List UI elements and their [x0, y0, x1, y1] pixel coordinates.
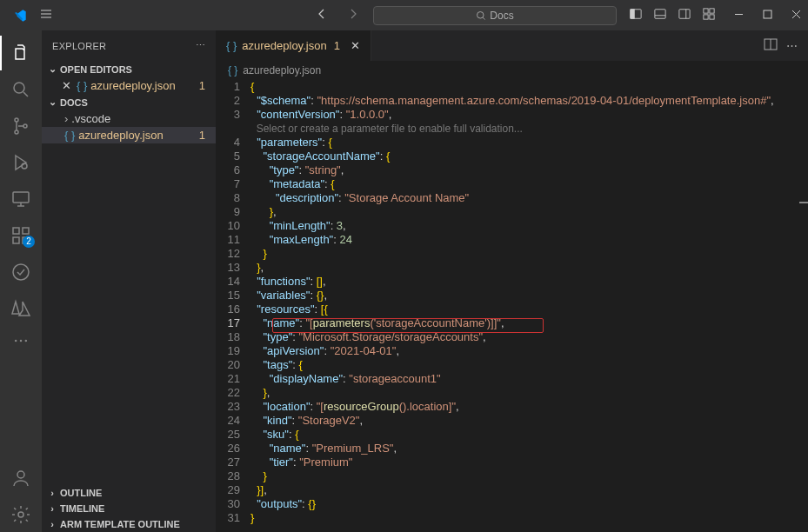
code-line[interactable]: 10 "minLength": 3, — [216, 219, 808, 233]
file-name: azuredeploy.json — [78, 129, 163, 142]
line-number: 3 — [216, 108, 250, 122]
section-open-editors[interactable]: ⌄OPEN EDITORS — [42, 61, 216, 77]
nav-arrows — [315, 7, 360, 23]
tree-item[interactable]: { }azuredeploy.json1 — [42, 127, 216, 143]
hamburger-menu-icon[interactable] — [33, 7, 59, 23]
explorer-icon[interactable] — [0, 36, 42, 70]
minimap[interactable] — [799, 80, 808, 532]
line-number: 14 — [216, 275, 250, 289]
code-line[interactable]: 8 "description": "Storage Account Name" — [216, 191, 808, 205]
code-line[interactable]: 23 "location": "[resourceGroup().locatio… — [216, 400, 808, 414]
line-number: 13 — [216, 261, 250, 275]
line-number: 16 — [216, 303, 250, 316]
modified-badge: 1 — [199, 79, 205, 92]
code-line[interactable]: 20 "tags": { — [216, 358, 808, 372]
code-line[interactable]: 11 "maxLength": 24 — [216, 233, 808, 247]
code-line[interactable]: 5 "storageAccountName": { — [216, 150, 808, 163]
svg-rect-2 — [631, 10, 634, 19]
svg-rect-3 — [655, 10, 665, 19]
code-line[interactable]: 4 "parameters": { — [216, 136, 808, 150]
split-editor-icon[interactable] — [764, 37, 778, 54]
back-button[interactable] — [315, 7, 329, 23]
svg-rect-17 — [13, 237, 19, 243]
layout-sidebar-left-icon[interactable] — [630, 8, 642, 23]
tab-close-icon[interactable]: ✕ — [351, 39, 360, 52]
sidebar-title: EXPLORER — [52, 41, 106, 51]
code-line[interactable]: 28 } — [216, 469, 808, 483]
code-line[interactable]: 22 }, — [216, 386, 808, 400]
minimize-button[interactable] — [734, 9, 744, 22]
svg-point-10 — [14, 83, 24, 93]
svg-point-21 — [15, 340, 17, 342]
line-number: 31 — [216, 511, 250, 525]
section-timeline[interactable]: ›TIMELINE — [42, 501, 216, 516]
line-number: 19 — [216, 344, 250, 358]
editor-tab[interactable]: { } azuredeploy.json 1 ✕ — [216, 30, 371, 61]
close-icon[interactable]: ✕ — [59, 79, 73, 92]
code-line[interactable]: 9 }, — [216, 205, 808, 219]
more-icon[interactable] — [0, 328, 42, 354]
code-line[interactable]: 21 "displayName": "storageaccount1" — [216, 372, 808, 386]
code-line[interactable]: 14 "functions": [], — [216, 275, 808, 289]
line-number: 23 — [216, 400, 250, 414]
code-line[interactable]: 19 "apiVersion": "2021-04-01", — [216, 344, 808, 358]
tabbar: { } azuredeploy.json 1 ✕ ⋯ — [216, 30, 808, 61]
code-line[interactable]: 3 "contentVersion": "1.0.0.0", — [216, 108, 808, 122]
code-line[interactable]: 15 "variables": {}, — [216, 289, 808, 303]
command-center-search[interactable]: Docs — [373, 6, 617, 25]
code-line[interactable]: 26 "name": "Premium_LRS", — [216, 442, 808, 456]
section-outline[interactable]: ›OUTLINE — [42, 485, 216, 501]
code-line[interactable]: 1{ — [216, 80, 808, 94]
code-line[interactable]: 25 "sku": { — [216, 428, 808, 442]
line-number: 11 — [216, 233, 250, 247]
line-number: 1 — [216, 80, 250, 94]
tab-more-icon[interactable]: ⋯ — [786, 39, 798, 52]
forward-button[interactable] — [346, 7, 360, 23]
layout-customize-icon[interactable] — [703, 8, 715, 23]
code-line[interactable]: 12 } — [216, 247, 808, 261]
testing-icon[interactable] — [0, 255, 42, 289]
codelens-hint[interactable]: Select or create a parameter file to ena… — [216, 122, 808, 136]
line-number: 9 — [216, 205, 250, 219]
svg-point-20 — [13, 264, 29, 280]
svg-point-22 — [20, 340, 23, 342]
folder-name: .vscode — [71, 112, 110, 125]
code-line[interactable]: 2 "$schema": "https://schema.management.… — [216, 94, 808, 108]
layout-sidebar-right-icon[interactable] — [678, 8, 691, 23]
close-window-button[interactable] — [791, 9, 801, 22]
source-control-icon[interactable] — [0, 109, 42, 143]
code-line[interactable]: 29 }], — [216, 483, 808, 497]
breadcrumb[interactable]: { } azuredeploy.json — [216, 61, 808, 80]
line-number: 4 — [216, 136, 250, 150]
section-docs[interactable]: ⌄DOCS — [42, 94, 216, 110]
run-debug-icon[interactable] — [0, 145, 42, 180]
layout-controls — [630, 8, 715, 23]
code-line[interactable]: 27 "tier": "Premium" — [216, 456, 808, 469]
line-number: 21 — [216, 372, 250, 386]
code-editor[interactable]: 1{2 "$schema": "https://schema.managemen… — [216, 80, 808, 532]
sidebar-more-icon[interactable]: ⋯ — [196, 40, 205, 51]
svg-rect-19 — [23, 228, 29, 234]
maximize-button[interactable] — [763, 9, 772, 22]
code-line[interactable]: 7 "metadata": { — [216, 177, 808, 191]
svg-rect-4 — [679, 10, 690, 19]
tree-item[interactable]: ›.vscode — [42, 110, 216, 127]
layout-panel-icon[interactable] — [654, 8, 666, 23]
remote-explorer-icon[interactable] — [0, 182, 42, 216]
code-line[interactable]: 6 "type": "string", — [216, 163, 808, 177]
code-line[interactable]: 24 "kind": "StorageV2", — [216, 414, 808, 428]
accounts-icon[interactable] — [0, 461, 42, 495]
editor-area: { } azuredeploy.json 1 ✕ ⋯ { } azuredepl… — [216, 30, 808, 532]
line-number: 25 — [216, 428, 250, 442]
azure-icon[interactable] — [0, 291, 42, 326]
extensions-icon[interactable]: 2 — [0, 218, 42, 253]
settings-gear-icon[interactable] — [0, 497, 42, 532]
code-line[interactable]: 31} — [216, 511, 808, 525]
search-icon[interactable] — [0, 72, 42, 107]
line-number: 5 — [216, 150, 250, 163]
open-editor-item[interactable]: ✕{ }azuredeploy.json1 — [42, 77, 216, 94]
code-line[interactable]: 30 "outputs": {} — [216, 497, 808, 511]
code-line[interactable]: 13 }, — [216, 261, 808, 275]
code-line[interactable]: 16 "resources": [{ — [216, 303, 808, 316]
section-arm[interactable]: ›ARM TEMPLATE OUTLINE — [42, 516, 216, 532]
